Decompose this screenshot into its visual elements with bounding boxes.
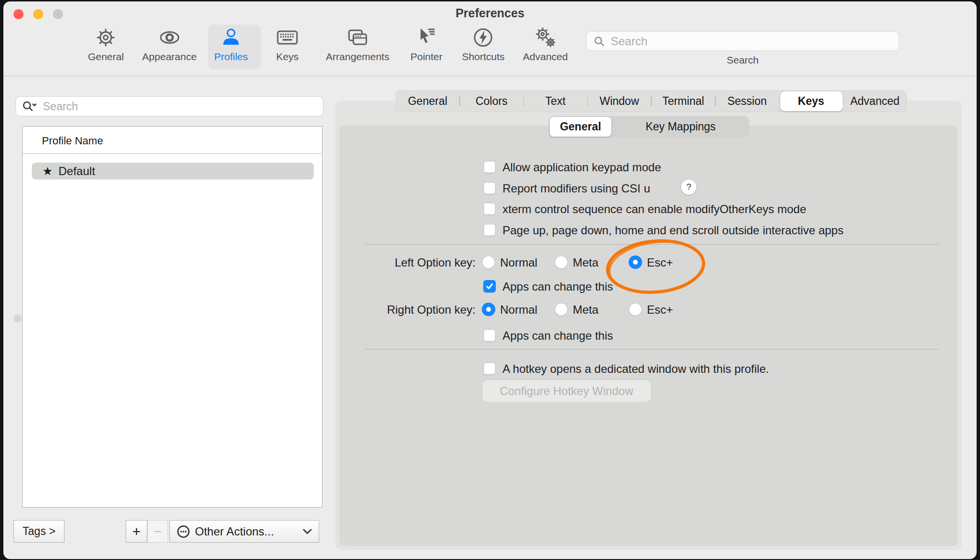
profile-list-header: Profile Name	[42, 135, 103, 147]
tab-terminal[interactable]: Terminal	[651, 90, 715, 112]
chevron-down-icon	[303, 529, 312, 535]
checkbox-right-apps-can-change[interactable]	[483, 329, 496, 342]
tab-keys[interactable]: Keys	[779, 90, 843, 112]
window-title: Preferences	[3, 6, 977, 20]
checkbox-label: Report modifiers using CSI u	[503, 182, 650, 195]
left-option-label: Left Option key:	[337, 256, 476, 269]
plus-icon: +	[132, 523, 141, 540]
radio-right-meta[interactable]	[554, 303, 568, 316]
other-actions-dropdown[interactable]: Other Actions...	[169, 520, 319, 543]
checkbox-label: Allow application keypad mode	[503, 161, 661, 174]
tab-general[interactable]: General	[396, 90, 460, 112]
checkbox-label: Apps can change this	[503, 280, 613, 293]
search-icon	[593, 36, 605, 47]
gears-icon	[533, 25, 557, 50]
toolbar-item-label: Appearance	[142, 51, 196, 63]
radio-label: Normal	[500, 256, 537, 269]
toolbar-item-label: Advanced	[523, 51, 567, 63]
profile-list: Profile Name ★ Default	[22, 126, 322, 508]
radio-left-esc[interactable]	[629, 255, 642, 269]
gear-icon	[94, 25, 118, 50]
profile-tabs: General Colors Text Window Terminal Sess…	[396, 90, 907, 112]
toolbar-item-pointer[interactable]: Pointer	[411, 25, 443, 70]
toolbar-search-label: Search	[586, 54, 899, 66]
checkbox-modify-other-keys[interactable]	[483, 203, 496, 215]
radio-label: Normal	[500, 303, 537, 317]
profile-search-field[interactable]	[15, 96, 323, 116]
radio-label: Esc+	[647, 256, 673, 269]
help-button[interactable]: ?	[681, 179, 696, 195]
toolbar-item-label: Arrangements	[326, 51, 389, 63]
checkbox-left-apps-can-change[interactable]	[483, 280, 496, 293]
checkbox-label: Apps can change this	[503, 329, 613, 343]
cursor-icon	[414, 25, 438, 50]
configure-hotkey-window-button[interactable]: Configure Hotkey Window	[482, 380, 651, 402]
resize-dot	[13, 314, 22, 322]
screenshot: Preferences General Appearance	[0, 0, 980, 560]
circle-ellipsis-icon	[177, 525, 190, 538]
remove-profile-button[interactable]: −	[147, 520, 168, 543]
keys-subtabs: General Key Mappings	[549, 116, 749, 138]
toolbar-search-input[interactable]	[610, 34, 899, 49]
radio-right-esc[interactable]	[629, 303, 642, 316]
tab-advanced[interactable]: Advanced	[843, 90, 907, 112]
tab-window[interactable]: Window	[587, 90, 651, 112]
tab-text[interactable]: Text	[524, 90, 588, 112]
checkbox-keypad-mode[interactable]	[483, 161, 496, 173]
toolbar-item-appearance[interactable]: Appearance	[142, 25, 196, 70]
bolt-circle-icon	[471, 25, 495, 50]
eye-icon	[157, 25, 181, 50]
radio-label: Meta	[573, 303, 598, 317]
subtab-key-mappings[interactable]: Key Mappings	[612, 116, 749, 138]
tab-session[interactable]: Session	[715, 90, 779, 112]
checkbox-label: Page up, page down, home and end scroll …	[503, 224, 843, 237]
section-divider	[365, 349, 939, 350]
keyboard-icon	[275, 25, 299, 50]
checkmark-icon	[486, 283, 493, 290]
section-divider	[365, 244, 939, 245]
radio-label: Meta	[573, 256, 598, 269]
toolbar-item-advanced[interactable]: Advanced	[523, 25, 567, 70]
preferences-window: Preferences General Appearance	[3, 1, 977, 559]
toolbar-divider	[3, 76, 977, 76]
windows-icon	[346, 25, 370, 50]
checkbox-csi-u[interactable]	[483, 182, 496, 194]
toolbar-item-label: Shortcuts	[462, 51, 505, 63]
toolbar-item-label: General	[88, 51, 124, 63]
profile-row-default[interactable]: ★ Default	[32, 163, 314, 179]
list-header-divider	[23, 153, 322, 154]
add-profile-button[interactable]: +	[126, 520, 147, 543]
tab-colors[interactable]: Colors	[460, 90, 524, 112]
star-icon: ★	[42, 165, 53, 178]
toolbar-item-label: Profiles	[214, 51, 248, 63]
radio-right-normal[interactable]	[482, 303, 495, 316]
radio-left-normal[interactable]	[482, 255, 495, 269]
other-actions-label: Other Actions...	[195, 525, 274, 538]
radio-left-meta[interactable]	[554, 255, 568, 269]
checkbox-label: A hotkey opens a dedicated window with t…	[503, 362, 769, 376]
profile-search-input[interactable]	[42, 100, 323, 114]
subtab-general[interactable]: General	[549, 116, 612, 138]
toolbar-item-general[interactable]: General	[88, 25, 124, 70]
person-icon	[219, 25, 243, 50]
toolbar-item-label: Keys	[276, 51, 299, 63]
toolbar-item-shortcuts[interactable]: Shortcuts	[462, 25, 505, 70]
toolbar-item-arrangements[interactable]: Arrangements	[326, 25, 389, 70]
right-option-label: Right Option key:	[337, 303, 476, 317]
tags-button-label: Tags >	[23, 525, 55, 538]
toolbar-item-profiles[interactable]: Profiles	[214, 25, 248, 70]
tags-button[interactable]: Tags >	[13, 520, 64, 543]
profile-name: Default	[59, 165, 95, 178]
toolbar-search-field[interactable]	[586, 31, 899, 51]
radio-label: Esc+	[647, 303, 673, 317]
toolbar-item-keys[interactable]: Keys	[275, 25, 299, 70]
checkbox-label: xterm control sequence can enable modify…	[503, 203, 806, 216]
toolbar-item-label: Pointer	[411, 51, 443, 63]
search-menu-icon	[22, 100, 38, 113]
checkbox-page-scroll[interactable]	[483, 224, 496, 236]
minus-icon: −	[154, 523, 162, 540]
checkbox-hotkey-window[interactable]	[483, 362, 496, 375]
